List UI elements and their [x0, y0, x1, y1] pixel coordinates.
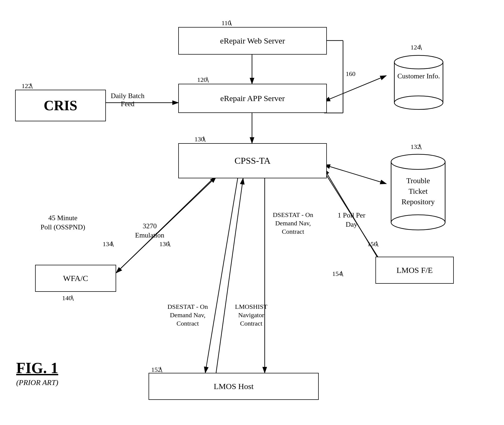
dsestat-label-lower: DSESTAT - On Demand Nav, Contract [167, 303, 208, 328]
erepair-app-server-box: eRepair APP Server [178, 84, 327, 113]
poll-label: 45 Minute Poll (OSSPND) [41, 213, 85, 232]
cpss-ta-box: CPSS-TA [178, 143, 327, 178]
ref-120-tick: ∖ [205, 76, 209, 84]
svg-line-7 [324, 165, 386, 184]
ref-110-tick: ∖ [228, 19, 232, 27]
ref-152-tick: ∖ [159, 366, 163, 374]
svg-line-10 [205, 178, 238, 373]
svg-point-22 [391, 154, 445, 169]
emulation-label: 3270 Emulation [135, 222, 164, 240]
ref-156-tick: ∖ [375, 240, 379, 248]
svg-line-8 [116, 178, 213, 273]
ref-160: 160 [346, 70, 355, 78]
diagram: eRepair Web Server 110 ∖ eRepair APP Ser… [0, 0, 504, 425]
customer-info-label: Customer Info. [394, 72, 443, 81]
trouble-ticket-label: TroubleTicketRepository [391, 175, 445, 207]
svg-line-11 [216, 178, 243, 373]
erepair-app-server-label: eRepair APP Server [220, 94, 285, 103]
wfa-c-label: WFA/C [63, 274, 88, 283]
svg-line-9 [119, 177, 216, 270]
ref-136-tick: ∖ [167, 240, 171, 248]
lmoshist-label: LMOSHIST Navigator Contract [235, 303, 267, 328]
fig-sublabel: (PRIOR ART) [16, 378, 58, 387]
ref-140-tick: ∖ [70, 295, 74, 302]
ref-134-tick: ∖ [110, 240, 114, 248]
erepair-web-server-box: eRepair Web Server [178, 27, 327, 55]
svg-point-20 [394, 96, 443, 109]
erepair-web-server-label: eRepair Web Server [220, 36, 285, 45]
svg-point-19 [394, 55, 443, 69]
cris-box: CRIS [15, 90, 106, 121]
one-poll-label: 1 Poll Per Day [338, 211, 365, 229]
cpss-ta-label: CPSS-TA [234, 156, 270, 166]
daily-batch-feed-label: Daily Batch Feed [111, 92, 145, 108]
customer-info-cylinder: Customer Info. [392, 51, 446, 113]
svg-line-6 [324, 76, 386, 101]
ref-124-tick: ∖ [418, 44, 422, 51]
lmos-fe-box: LMOS F/E [375, 257, 454, 284]
wfa-c-box: WFA/C [35, 265, 116, 292]
trouble-ticket-cylinder: TroubleTicketRepository [388, 151, 448, 233]
fig-label: FIG. 1 [16, 359, 58, 377]
ref-130-tick: ∖ [202, 136, 206, 143]
lmos-fe-label: LMOS F/E [397, 266, 433, 275]
lmos-host-box: LMOS Host [149, 373, 319, 400]
ref-154-tick: ∖ [340, 270, 344, 278]
svg-point-23 [391, 215, 445, 230]
ref-132-tick: ∖ [418, 143, 422, 151]
ref-122-tick: ∖ [29, 82, 33, 90]
cris-label: CRIS [44, 98, 77, 113]
lmos-host-label: LMOS Host [214, 382, 254, 391]
dsestat-label-upper: DSESTAT - On Demand Nav, Contract [273, 211, 313, 236]
